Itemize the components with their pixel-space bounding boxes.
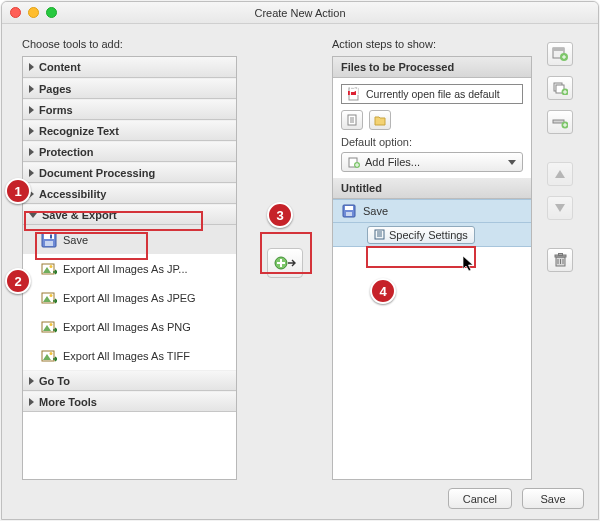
step-save[interactable]: Save	[333, 199, 531, 223]
settings-list-icon	[374, 229, 385, 240]
cancel-button[interactable]: Cancel	[448, 488, 512, 509]
chevron-right-icon	[29, 377, 34, 385]
triangle-down-icon	[554, 203, 566, 213]
move-down-button[interactable]	[547, 196, 573, 220]
files-header: Files to be Processed	[333, 57, 531, 78]
titlebar: Create New Action	[2, 2, 598, 24]
chevron-right-icon	[29, 63, 34, 71]
close-window-icon[interactable]	[10, 7, 21, 18]
chevron-right-icon	[29, 106, 34, 114]
svg-rect-28	[553, 48, 564, 51]
tool-export-png[interactable]: Export All Images As PNG	[23, 312, 236, 341]
tool-label: Export All Images As PNG	[63, 321, 191, 333]
move-up-button[interactable]	[547, 162, 573, 186]
export-image-icon	[41, 290, 57, 306]
cat-content[interactable]: Content	[23, 57, 236, 78]
chevron-right-icon	[29, 85, 34, 93]
default-option-label: Default option:	[341, 136, 523, 148]
add-file-button[interactable]	[341, 110, 363, 130]
save-button[interactable]: Save	[522, 488, 584, 509]
cat-pages[interactable]: Pages	[23, 78, 236, 99]
specify-settings-button[interactable]: Specify Settings	[367, 226, 475, 244]
cat-recognize-text[interactable]: Recognize Text	[23, 120, 236, 141]
minimize-window-icon[interactable]	[28, 7, 39, 18]
add-panel-button[interactable]	[547, 42, 573, 66]
specify-settings-row: Specify Settings	[333, 223, 531, 247]
dialog-body: Choose tools to add: Content Pages Forms…	[2, 24, 598, 519]
middle-column	[237, 38, 332, 278]
steps-list: Files to be Processed PDF Currently open…	[332, 56, 532, 480]
add-step-button[interactable]	[267, 248, 303, 278]
panel-plus-icon	[552, 47, 568, 61]
add-divider-button[interactable]	[547, 110, 573, 134]
specify-label: Specify Settings	[389, 229, 468, 241]
svg-rect-1	[44, 234, 54, 239]
window-controls	[10, 7, 57, 18]
default-option-dropdown[interactable]: Add Files...	[341, 152, 523, 172]
annotation-3: 3	[267, 202, 293, 228]
tool-export-jp2[interactable]: Export All Images As JP...	[23, 254, 236, 283]
steps-heading: Action steps to show:	[332, 38, 532, 50]
save-export-items: Save Export All Images As JP... Export A…	[23, 225, 236, 370]
chevron-right-icon	[29, 127, 34, 135]
add-document-panel-button[interactable]	[547, 76, 573, 100]
cat-more-tools[interactable]: More Tools	[23, 391, 236, 412]
svg-point-6	[50, 265, 53, 268]
divider-plus-icon	[552, 115, 568, 129]
mouse-cursor-icon	[462, 255, 476, 273]
step-label: Save	[363, 205, 388, 217]
cat-document-processing[interactable]: Document Processing	[23, 162, 236, 183]
svg-rect-24	[345, 206, 353, 210]
dialog-footer: Cancel Save	[448, 488, 584, 509]
svg-rect-39	[558, 254, 562, 256]
svg-marker-36	[555, 204, 565, 212]
floppy-disk-icon	[41, 232, 57, 248]
tools-column: Choose tools to add: Content Pages Forms…	[22, 38, 237, 480]
stack-plus-icon	[552, 81, 568, 95]
annotation-4: 4	[370, 278, 396, 304]
side-buttons	[540, 38, 580, 272]
tool-label: Export All Images As JPEG	[63, 292, 196, 304]
svg-marker-35	[555, 170, 565, 178]
cat-forms[interactable]: Forms	[23, 99, 236, 120]
export-image-icon	[41, 261, 57, 277]
current-file-field[interactable]: PDF Currently open file as default	[341, 84, 523, 104]
cat-accessibility[interactable]: Accessibility	[23, 183, 236, 204]
tool-label: Export All Images As TIFF	[63, 350, 190, 362]
steps-column: Action steps to show: Files to be Proces…	[332, 38, 532, 480]
svg-point-12	[50, 323, 53, 326]
chevron-right-icon	[29, 148, 34, 156]
files-panel: PDF Currently open file as default Defau…	[333, 78, 531, 178]
svg-rect-25	[346, 212, 352, 216]
zoom-window-icon[interactable]	[46, 7, 57, 18]
svg-rect-33	[553, 120, 564, 123]
add-files-icon	[348, 156, 360, 168]
dropdown-label: Add Files...	[365, 156, 420, 168]
tool-export-jpeg[interactable]: Export All Images As JPEG	[23, 283, 236, 312]
triangle-up-icon	[554, 169, 566, 179]
tool-save[interactable]: Save	[23, 225, 236, 254]
current-file-label: Currently open file as default	[366, 88, 500, 100]
document-icon	[345, 113, 359, 127]
svg-rect-2	[45, 241, 53, 246]
tool-label: Export All Images As JP...	[63, 263, 188, 275]
cat-protection[interactable]: Protection	[23, 141, 236, 162]
export-image-icon	[41, 348, 57, 364]
add-folder-button[interactable]	[369, 110, 391, 130]
tools-list: Content Pages Forms Recognize Text Prote…	[22, 56, 237, 480]
svg-point-15	[50, 352, 53, 355]
delete-step-button[interactable]	[547, 248, 573, 272]
tool-export-tiff[interactable]: Export All Images As TIFF	[23, 341, 236, 370]
floppy-disk-icon	[341, 203, 357, 219]
tool-label: Save	[63, 234, 88, 246]
svg-point-9	[50, 294, 53, 297]
export-image-icon	[41, 319, 57, 335]
chevron-right-icon	[29, 169, 34, 177]
window-title: Create New Action	[254, 7, 345, 19]
cat-save-export[interactable]: Save & Export	[23, 204, 236, 225]
chevron-right-icon	[29, 398, 34, 406]
trash-icon	[554, 253, 567, 267]
dialog-window: Create New Action Choose tools to add: C…	[1, 1, 599, 520]
cat-goto[interactable]: Go To	[23, 370, 236, 391]
chevron-down-icon	[508, 160, 516, 165]
